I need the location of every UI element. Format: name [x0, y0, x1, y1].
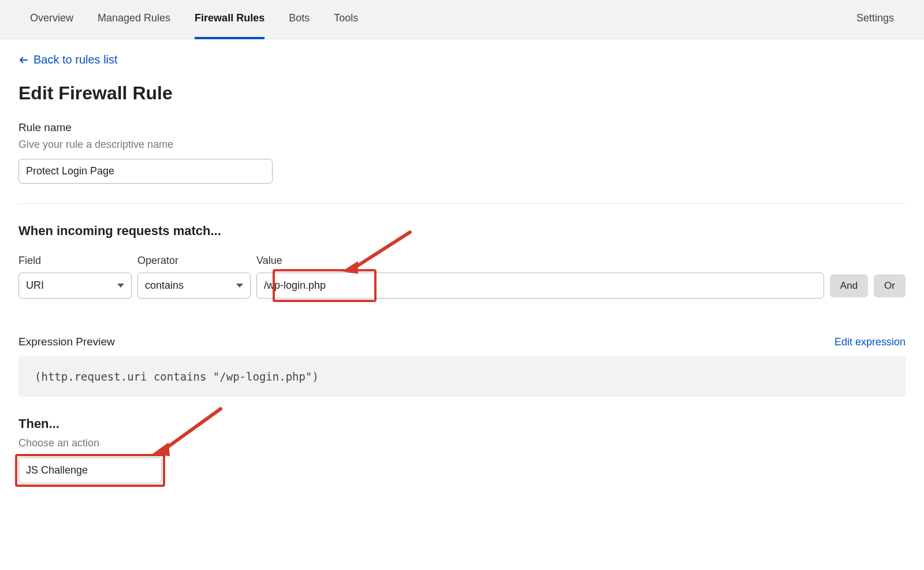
col-header-field: Field [18, 255, 132, 267]
expression-preview-box: (http.request.uri contains "/wp-login.ph… [18, 356, 906, 397]
rule-row: URI contains And Or [18, 273, 906, 299]
operator-select-value: contains [145, 280, 184, 292]
tab-settings[interactable]: Settings [856, 0, 894, 39]
annotation-arrow-icon [146, 405, 226, 463]
then-section-title: Then... [18, 416, 906, 431]
tab-managed-rules[interactable]: Managed Rules [98, 0, 170, 39]
tab-overview[interactable]: Overview [30, 0, 73, 39]
field-select-value: URI [26, 280, 44, 292]
and-button[interactable]: And [830, 274, 868, 297]
top-tab-bar: Overview Managed Rules Firewall Rules Bo… [0, 0, 924, 39]
divider [18, 203, 906, 204]
then-help: Choose an action [18, 437, 906, 449]
match-section-title: When incoming requests match... [18, 223, 906, 239]
field-select[interactable]: URI [18, 273, 132, 299]
col-header-value: Value [256, 255, 906, 267]
back-to-rules-link[interactable]: Back to rules list [18, 53, 118, 66]
rule-name-help: Give your rule a descriptive name [18, 139, 906, 151]
rule-name-label: Rule name [18, 121, 906, 134]
operator-select[interactable]: contains [137, 273, 251, 299]
or-button[interactable]: Or [874, 274, 906, 297]
tab-tools[interactable]: Tools [334, 0, 358, 39]
arrow-left-icon [18, 55, 29, 65]
chevron-down-icon [236, 284, 243, 288]
action-select-value: JS Challenge [26, 464, 88, 476]
columns-header: Field Operator Value [18, 255, 906, 267]
expression-preview-label: Expression Preview [18, 336, 115, 348]
edit-expression-link[interactable]: Edit expression [834, 336, 906, 348]
tab-bots[interactable]: Bots [289, 0, 310, 39]
rule-name-input[interactable] [18, 159, 273, 184]
action-select[interactable]: JS Challenge [18, 457, 162, 483]
col-header-operator: Operator [137, 255, 251, 267]
back-link-text: Back to rules list [33, 53, 118, 66]
chevron-down-icon [117, 284, 124, 288]
page-title: Edit Firewall Rule [18, 83, 906, 104]
tab-firewall-rules[interactable]: Firewall Rules [195, 0, 264, 39]
value-input[interactable] [256, 273, 824, 299]
